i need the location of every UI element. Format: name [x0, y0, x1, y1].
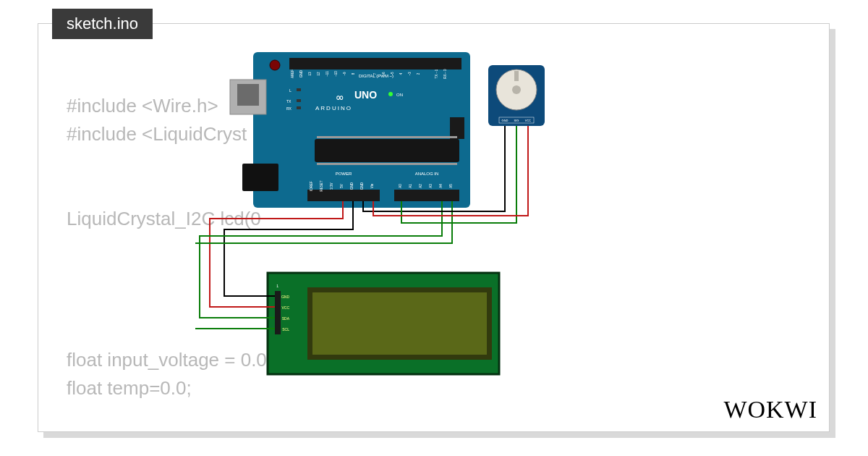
- svg-point-22: [388, 92, 393, 96]
- svg-text:A5: A5: [449, 184, 453, 188]
- svg-text:GND: GND: [350, 182, 354, 190]
- svg-text:RESET: RESET: [320, 180, 323, 191]
- svg-text:~3: ~3: [408, 72, 412, 76]
- svg-text:GND: GND: [360, 182, 364, 190]
- svg-text:A1: A1: [409, 184, 412, 188]
- svg-text:1: 1: [276, 284, 278, 288]
- svg-rect-29: [297, 106, 301, 109]
- svg-text:AREF: AREF: [291, 69, 294, 78]
- svg-text:~10: ~10: [334, 71, 338, 77]
- svg-text:TX→1: TX→1: [435, 69, 438, 78]
- svg-rect-30: [450, 117, 464, 139]
- svg-text:IOREF: IOREF: [310, 181, 313, 191]
- code-line: float temp=0.0;: [67, 377, 192, 399]
- svg-text:A4: A4: [439, 184, 443, 188]
- svg-rect-33: [317, 163, 457, 165]
- svg-text:TX: TX: [286, 99, 292, 104]
- arduino-uno[interactable]: DIGITAL (PWM ~) AREF GND 13 12 ~11 ~10 ~…: [230, 52, 470, 208]
- potentiometer[interactable]: GND SIG VCC: [488, 65, 545, 126]
- svg-rect-31: [315, 139, 459, 162]
- circuit-canvas[interactable]: DIGITAL (PWM ~) AREF GND 13 12 ~11 ~10 ~…: [195, 45, 665, 392]
- svg-rect-35: [394, 190, 459, 201]
- svg-text:VCC: VCC: [281, 305, 289, 310]
- svg-point-53: [512, 85, 521, 94]
- svg-text:SIG: SIG: [514, 119, 519, 122]
- svg-rect-3: [242, 164, 278, 191]
- svg-rect-28: [297, 99, 301, 102]
- svg-point-21: [270, 60, 280, 70]
- svg-text:L: L: [289, 88, 292, 93]
- svg-rect-34: [307, 190, 380, 201]
- svg-text:POWER: POWER: [336, 172, 352, 176]
- svg-text:~5: ~5: [391, 72, 394, 76]
- svg-text:RX←0: RX←0: [443, 69, 447, 79]
- filename-tab[interactable]: sketch.ino: [52, 9, 153, 39]
- svg-text:GND: GND: [502, 119, 509, 122]
- svg-text:GND: GND: [281, 295, 290, 299]
- board-model: UNO: [354, 89, 377, 101]
- infinity-icon: ∞: [336, 90, 344, 104]
- svg-text:RX: RX: [286, 106, 292, 111]
- svg-text:5V: 5V: [340, 184, 344, 188]
- svg-text:A3: A3: [429, 184, 433, 188]
- svg-text:SCL: SCL: [282, 327, 289, 332]
- svg-text:~9: ~9: [343, 72, 346, 76]
- svg-text:ANALOG IN: ANALOG IN: [415, 172, 439, 176]
- svg-text:A2: A2: [419, 184, 422, 188]
- svg-rect-27: [297, 88, 301, 91]
- svg-rect-54: [514, 71, 519, 81]
- svg-text:SDA: SDA: [282, 316, 290, 321]
- wokwi-logo: WOKWI: [723, 396, 817, 423]
- svg-text:A0: A0: [399, 184, 402, 188]
- svg-text:VCC: VCC: [525, 119, 532, 122]
- svg-rect-62: [312, 292, 487, 355]
- svg-text:12: 12: [317, 72, 320, 76]
- svg-rect-2: [237, 84, 259, 106]
- svg-text:Vin: Vin: [370, 183, 374, 188]
- svg-text:~11: ~11: [326, 71, 329, 77]
- lcd-i2c[interactable]: 1 GND VCC SDA SCL: [268, 273, 499, 374]
- svg-rect-4: [289, 58, 461, 69]
- svg-rect-32: [317, 136, 457, 138]
- svg-text:ON: ON: [396, 93, 403, 97]
- svg-rect-63: [275, 291, 281, 334]
- svg-text:3.3V: 3.3V: [330, 182, 333, 189]
- svg-text:~6: ~6: [382, 72, 386, 76]
- board-brand: ARDUINO: [315, 105, 352, 111]
- svg-text:GND: GND: [299, 69, 303, 77]
- svg-text:13: 13: [308, 72, 312, 76]
